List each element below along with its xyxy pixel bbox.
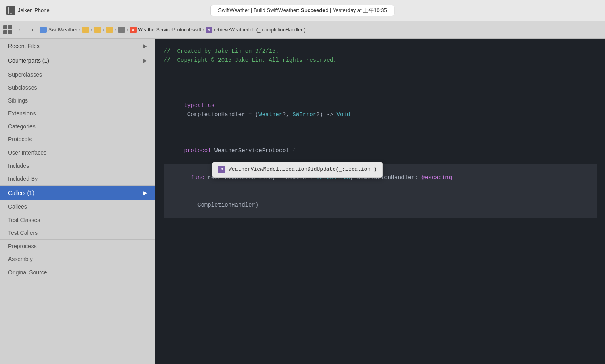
- caller-method-icon: M: [218, 166, 225, 173]
- folder-dark-icon: [118, 27, 125, 33]
- title-bar: Jeiker iPhone SwiftWeather | Build Swift…: [0, 0, 605, 21]
- menu-item-includes[interactable]: Includes: [0, 159, 155, 172]
- code-line-1: // Created by Jake Lin on 9/2/15.: [164, 47, 597, 56]
- breadcrumb-project-label: SwiftWeather: [48, 27, 77, 33]
- breadcrumb-item-folder3[interactable]: [106, 27, 113, 33]
- breadcrumb-swift-label: WeatherServiceProtocol.swift: [138, 27, 202, 33]
- menu-item-original-source[interactable]: Original Source: [0, 266, 155, 279]
- grid-view-icon[interactable]: [3, 25, 12, 34]
- breadcrumb-item-project[interactable]: SwiftWeather: [40, 27, 77, 33]
- build-status: Succeeded: [301, 7, 329, 13]
- caller-method-label: WeatherViewModel.locationDidUpdate(_:loc…: [229, 165, 377, 174]
- device-name-text: Jeiker iPhone: [18, 7, 50, 13]
- menu-item-preprocess[interactable]: Preprocess: [0, 240, 155, 253]
- breadcrumb-item-folder2[interactable]: [94, 27, 101, 33]
- code-line-3: [164, 65, 597, 74]
- menu-item-callers[interactable]: Callers (1) ▶: [0, 186, 155, 200]
- menu-item-siblings[interactable]: Siblings: [0, 94, 155, 107]
- breadcrumb: SwiftWeather › › › › › S WeatherServiceP…: [40, 27, 602, 33]
- menu-item-subclasses[interactable]: Subclasses: [0, 81, 155, 94]
- counterparts-label: Counterparts (1): [8, 57, 49, 64]
- breadcrumb-item-folder1[interactable]: [82, 27, 89, 33]
- breadcrumb-sep-5: ›: [127, 27, 128, 32]
- svg-rect-1: [10, 13, 12, 14]
- menu-section-source: Original Source: [0, 266, 155, 279]
- menu-section-build: Preprocess Assembly: [0, 240, 155, 266]
- breadcrumb-method-label: retrieveWeatherInfo(_:completionHandler:…: [214, 27, 306, 33]
- recent-files-label: Recent Files: [8, 43, 40, 49]
- breadcrumb-sep-2: ›: [91, 27, 92, 32]
- back-button[interactable]: ‹: [14, 24, 25, 36]
- menu-section-ui: User Interfaces: [0, 146, 155, 159]
- breadcrumb-sep-6: ›: [203, 27, 204, 32]
- menu-item-recent-files[interactable]: Recent Files ▶: [0, 39, 155, 53]
- menu-item-extensions[interactable]: Extensions: [0, 107, 155, 120]
- toolbar: ‹ › SwiftWeather › › › › › S WeatherServ…: [0, 21, 605, 39]
- breadcrumb-item-swift-file[interactable]: S WeatherServiceProtocol.swift: [130, 27, 202, 33]
- menu-item-included-by[interactable]: Included By: [0, 172, 155, 185]
- code-line-2: // Copyright © 2015 Jake Lin. All rights…: [164, 56, 597, 65]
- menu-item-superclasses[interactable]: Superclasses: [0, 68, 155, 81]
- menu-section-hierarchy: Superclasses Subclasses Siblings Extensi…: [0, 68, 155, 146]
- device-label: Jeiker iPhone: [0, 6, 56, 15]
- build-text: SwiftWeather | Build SwiftWeather:: [218, 7, 300, 13]
- menu-section-recent: Recent Files ▶ Counterparts (1) ▶: [0, 39, 155, 68]
- code-line-6: typealias CompletionHandler = (Weather?,…: [164, 92, 597, 128]
- code-line-10: CompletionHandler): [164, 191, 597, 218]
- code-line-4: [164, 74, 597, 83]
- menu-section-includes: Includes Included By: [0, 159, 155, 186]
- breadcrumb-sep-4: ›: [115, 27, 116, 32]
- callers-label: Callers (1): [8, 190, 34, 196]
- menu-item-test-callers[interactable]: Test Callers: [0, 226, 155, 239]
- folder-yellow-icon-3: [106, 27, 113, 33]
- callers-popup[interactable]: M WeatherViewModel.locationDidUpdate(_:l…: [212, 162, 383, 178]
- code-line-7: [164, 128, 597, 137]
- code-editor: // Created by Jake Lin on 9/2/15. // Cop…: [155, 39, 605, 364]
- menu-item-assembly[interactable]: Assembly: [0, 253, 155, 266]
- menu-item-callees[interactable]: Callees: [0, 200, 155, 213]
- build-time: | Yesterday at 上午10:35: [328, 7, 387, 13]
- menu-item-test-classes[interactable]: Test Classes: [0, 213, 155, 226]
- project-folder-icon: [40, 27, 47, 33]
- menu-section-tests: Test Classes Test Callers: [0, 213, 155, 240]
- breadcrumb-item-method[interactable]: M retrieveWeatherInfo(_:completionHandle…: [206, 27, 306, 33]
- main-layout: Recent Files ▶ Counterparts (1) ▶ Superc…: [0, 39, 605, 364]
- device-icon: [6, 6, 15, 15]
- callers-arrow: ▶: [143, 190, 147, 196]
- menu-item-user-interfaces[interactable]: User Interfaces: [0, 146, 155, 159]
- build-info: SwiftWeather | Build SwiftWeather: Succe…: [210, 5, 394, 16]
- forward-button[interactable]: ›: [27, 24, 38, 36]
- menu-item-counterparts[interactable]: Counterparts (1) ▶: [0, 53, 155, 68]
- breadcrumb-sep-1: ›: [79, 27, 80, 32]
- menu-item-protocols[interactable]: Protocols: [0, 133, 155, 146]
- folder-yellow-icon-1: [82, 27, 89, 33]
- breadcrumb-sep-3: ›: [103, 27, 104, 32]
- recent-files-arrow: ▶: [143, 43, 147, 49]
- method-icon: M: [206, 27, 212, 33]
- breadcrumb-item-folder4[interactable]: [118, 27, 125, 33]
- code-line-5: [164, 83, 597, 92]
- menu-section-callers: Callers (1) ▶ Callees: [0, 186, 155, 213]
- counterparts-arrow: ▶: [143, 58, 147, 63]
- folder-yellow-icon-2: [94, 27, 101, 33]
- code-line-8: protocol WeatherServiceProtocol {: [164, 137, 597, 164]
- swift-file-icon: S: [130, 27, 137, 33]
- menu-item-categories[interactable]: Categories: [0, 120, 155, 133]
- menu-panel: Recent Files ▶ Counterparts (1) ▶ Superc…: [0, 39, 155, 364]
